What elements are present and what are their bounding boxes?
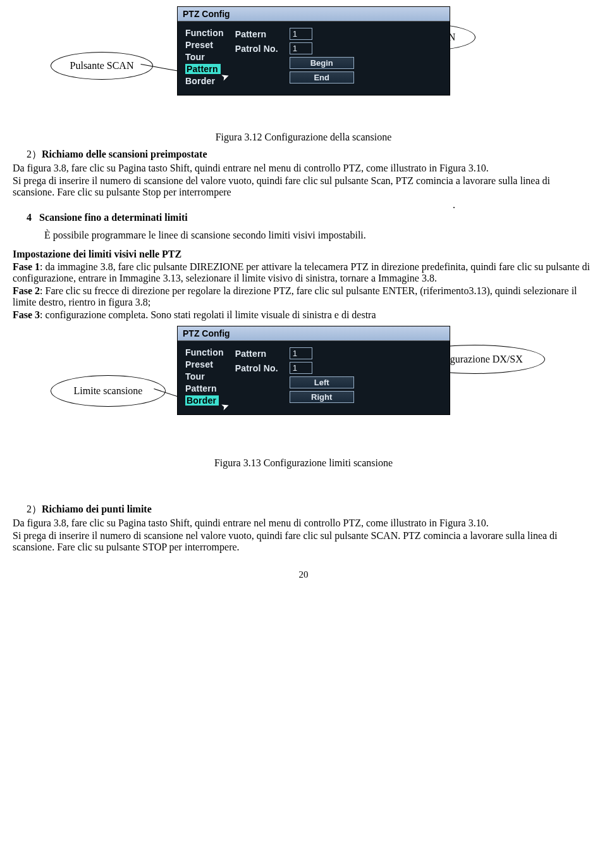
ptz-menu-function[interactable]: Function [185,28,224,38]
callout-scan-button-text: Pulsante SCAN [70,60,134,71]
section-2b-num: 2） [27,504,42,514]
ptz-menu-function[interactable]: Function [185,347,224,357]
ptz-row-patrol: Patrol No. 1 [235,362,442,374]
phase-1-label: Fase 1 [13,261,40,272]
left-button[interactable]: Left [290,376,354,388]
ptz-menu-preset[interactable]: Preset [185,40,224,50]
paragraph-bot2: Si prega di inserire il numero di scansi… [13,530,594,553]
ptz-titlebar: PTZ Config [178,7,450,22]
ptz-row-left: Left [235,376,442,388]
ptz-field-patrol-value[interactable]: 1 [290,362,312,374]
ptz-right-col: Pattern 1 Patrol No. 1 Begin End [235,28,442,86]
ptz-row-begin: Begin [235,57,442,69]
section-4-num: 4 [27,212,32,223]
ptz-figure-1: Valore SCAN Pulsante SCAN PTZ Config Fun… [13,6,594,120]
phase-3-para: Fase 3: configurazione completa. Sono st… [13,309,594,321]
right-button[interactable]: Right [290,391,354,403]
ptz-field-pattern-value[interactable]: 1 [290,347,312,359]
page-number: 20 [13,569,594,580]
phase-2-label: Fase 2 [13,285,40,296]
section-4-header: 4 Scansione fino a determinati limiti [27,212,594,223]
ptz-menu-tour[interactable]: Tour [185,52,224,62]
paragraph-4a: È possibile programmare le linee di scan… [44,230,594,241]
begin-button[interactable]: Begin [290,57,354,69]
ptz-menu-tour[interactable]: Tour [185,371,224,381]
ptz-row-pattern: Pattern 1 [235,347,442,359]
paragraph-2a: Da figura 3.8, fare clic su Pagina tasto… [13,163,594,174]
ptz-field-pattern-value[interactable]: 1 [290,28,312,40]
cursor-icon: ➤ [219,399,231,412]
ptz-config-window-1: PTZ Config Function Preset Tour Pattern … [177,6,450,96]
section-2b-header: 2）Richiamo dei punti limite [27,503,594,516]
ptz-row-pattern: Pattern 1 [235,28,442,40]
phase-3-label: Fase 3 [13,309,40,320]
ptz-titlebar: PTZ Config [178,326,450,341]
ptz-left-col: Function Preset Tour Pattern Border ➤ [185,28,224,86]
ptz-field-pattern-label: Pattern [235,29,285,39]
section-4-title: Scansione fino a determinati limiti [39,212,188,223]
ptz-menu-border[interactable]: Border [185,395,219,406]
callout-limit: Limite scansione [51,375,166,407]
ptz-body: Function Preset Tour Pattern Border ➤ Pa… [178,341,450,414]
ptz-menu-pattern[interactable]: Pattern [185,383,224,394]
ptz-left-col: Function Preset Tour Pattern Border ➤ [185,347,224,406]
section-2-num: 2） [27,149,42,159]
ptz-row-end: End [235,71,442,84]
phase-2-para: Fase 2: Fare clic su frecce di direzione… [13,285,594,308]
callout-limit-text: Limite scansione [74,385,143,397]
figure-caption-2: Figura 3.13 Configurazione limiti scansi… [13,457,594,469]
phase-3-text: : configurazione completa. Sono stati re… [40,309,376,320]
ptz-body: Function Preset Tour Pattern Border ➤ Pa… [178,22,450,95]
ptz-field-patrol-label: Patrol No. [235,44,285,54]
phase-1-text: : da immagine 3.8, fare clic pulsante DI… [13,261,590,283]
ptz-config-window-2: PTZ Config Function Preset Tour Pattern … [177,326,450,415]
ptz-menu-preset[interactable]: Preset [185,359,224,369]
ptz-right-col: Pattern 1 Patrol No. 1 Left Right [235,347,442,406]
phase-2-text: : Fare clic su frecce di direzione per r… [13,285,577,307]
ptz-row-right: Right [235,391,442,403]
ptz-figure-2: Configurazione DX/SX Limite scansione PT… [13,326,594,446]
section-2-header: 2）Richiamo delle scansioni preimpostate [27,148,594,161]
callout-scan-button: Pulsante SCAN [51,52,153,80]
ptz-field-patrol-value[interactable]: 1 [290,42,312,54]
ptz-menu-pattern[interactable]: Pattern [185,64,221,74]
ptz-field-pattern-label: Pattern [235,349,285,359]
paragraph-bot1: Da figura 3.8, fare clic su Pagina tasto… [13,518,594,529]
end-button[interactable]: End [290,71,354,84]
section-2b-title: Richiamo dei punti limite [42,504,152,514]
phase-1-para: Fase 1: da immagine 3.8, fare clic pulsa… [13,261,594,284]
paragraph-2c: . [13,199,455,211]
section-2-title: Richiamo delle scansioni preimpostate [42,149,207,159]
paragraph-2b: Si prega di inserire il numero di scansi… [13,175,594,198]
heading-limits: Impostazione dei limiti visivi nelle PTZ [13,249,594,260]
figure-caption-1: Figura 3.12 Configurazione della scansio… [13,132,594,143]
ptz-row-patrol: Patrol No. 1 [235,42,442,54]
ptz-field-patrol-label: Patrol No. [235,363,285,373]
ptz-menu-border[interactable]: Border [185,76,224,86]
